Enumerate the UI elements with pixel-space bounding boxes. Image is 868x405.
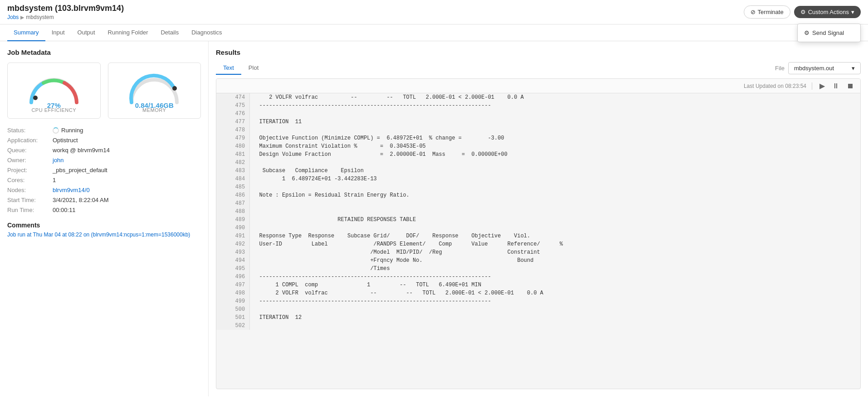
line-code (250, 199, 860, 207)
result-tab-plot[interactable]: Plot (241, 62, 266, 75)
table-row: 496 ------------------------------------… (216, 273, 860, 281)
terminate-button[interactable]: ⊘ Terminate (744, 5, 790, 19)
line-number: 474 (216, 93, 250, 101)
custom-actions-dropdown: ⚙ Send Signal (797, 24, 861, 42)
metadata-grid: Status:RunningApplication:OptistructQueu… (7, 127, 201, 213)
meta-value: Running (53, 127, 201, 134)
table-row: 497 1 COMPL comp 1 -- TOTL 6.490E+01 MIN (216, 281, 860, 289)
table-row: 483 Subcase Compliance Epsilon (216, 167, 860, 175)
last-updated-text: Last Updated on 08:23:54 (744, 83, 806, 89)
meta-label: Application: (7, 137, 53, 144)
tab-output[interactable]: Output (71, 24, 102, 41)
line-code: RETAINED RESPONSES TABLE (250, 216, 860, 224)
table-row: 491 Response Type Response Subcase Grid/… (216, 232, 860, 240)
nav-tabs: SummaryInputOutputRunning FolderDetailsD… (0, 24, 868, 41)
line-code (250, 183, 860, 191)
page-header: mbdsystem (103.blrvm9vm14) Jobs ▶ mbdsys… (0, 0, 868, 24)
comments-title: Comments (7, 222, 201, 229)
file-dropdown[interactable]: mbdsystem.out ▾ (788, 62, 861, 74)
header-actions: ⊘ Terminate ⚙ Custom Actions ▾ ⚙ Send Si… (744, 5, 861, 19)
line-number: 493 (216, 248, 250, 256)
meta-label: Nodes: (7, 187, 53, 193)
line-number: 482 (216, 159, 250, 167)
memory-gauge-container: 0.84/1.46GB (125, 68, 184, 105)
line-number: 481 (216, 150, 250, 159)
line-code: ----------------------------------------… (250, 273, 860, 281)
line-number: 488 (216, 207, 250, 216)
line-code: /Model MID/PID/ /Reg Constraint (250, 248, 860, 256)
memory-gauge-card: 0.84/1.46GB MEMORY (108, 63, 201, 119)
line-number: 484 (216, 175, 250, 183)
tab-details[interactable]: Details (154, 24, 185, 41)
send-signal-item[interactable]: ⚙ Send Signal (798, 26, 860, 40)
table-row: 488 (216, 207, 860, 216)
line-number: 500 (216, 305, 250, 313)
line-number: 494 (216, 256, 250, 265)
line-number: 475 (216, 101, 250, 110)
chevron-down-icon: ▾ (851, 9, 854, 15)
output-toolbar: Last Updated on 08:23:54 ▶ ⏸ ⏹ (216, 79, 860, 93)
spinner-icon (53, 127, 59, 134)
meta-value[interactable]: blrvm9vm14/0 (53, 187, 201, 193)
left-panel: Job Metadata (0, 41, 209, 396)
line-number: 490 (216, 224, 250, 232)
meta-value: 1 (53, 177, 201, 183)
custom-actions-button[interactable]: ⚙ Custom Actions ▾ (794, 6, 861, 18)
line-code: ITERATION 11 (250, 118, 860, 126)
meta-label: Project: (7, 167, 53, 174)
line-number: 496 (216, 273, 250, 281)
toolbar-divider (812, 82, 812, 90)
meta-value[interactable]: john (53, 157, 201, 164)
file-dropdown-chevron: ▾ (852, 65, 855, 72)
play-button[interactable]: ▶ (818, 81, 827, 91)
meta-label: Owner: (7, 157, 53, 164)
table-row: 482 (216, 159, 860, 167)
line-number: 476 (216, 110, 250, 118)
tab-diagnostics[interactable]: Diagnostics (185, 24, 228, 41)
table-row: 501 ITERATION 12 (216, 313, 860, 322)
line-code: Objective Function (Minimize COMPL) = 6.… (250, 134, 860, 142)
output-content[interactable]: 474 2 VOLFR volfrac -- -- TOTL 2.000E-01… (216, 93, 860, 389)
table-row: 474 2 VOLFR volfrac -- -- TOTL 2.000E-01… (216, 93, 860, 101)
line-code (250, 322, 860, 330)
line-number: 486 (216, 191, 250, 199)
meta-label: Cores: (7, 177, 53, 183)
table-row: 498 2 VOLFR volfrac -- -- TOTL 2.000E-01… (216, 289, 860, 297)
send-signal-gear-icon: ⚙ (804, 29, 809, 36)
output-table: 474 2 VOLFR volfrac -- -- TOTL 2.000E-01… (216, 93, 860, 330)
page-title: mbdsystem (103.blrvm9vm14) (7, 4, 124, 13)
meta-label: Start Time: (7, 197, 53, 203)
line-number: 489 (216, 216, 250, 224)
file-selector: File mbdsystem.out ▾ (775, 62, 861, 74)
terminate-icon: ⊘ (751, 9, 756, 15)
line-code: Design Volume Fraction = 2.00000E-01 Mas… (250, 150, 860, 159)
results-tabs-row: TextPlot File mbdsystem.out ▾ (216, 62, 861, 75)
table-row: 493 /Model MID/PID/ /Reg Constraint (216, 248, 860, 256)
tab-input[interactable]: Input (45, 24, 71, 41)
line-code (250, 159, 860, 167)
table-row: 492 User-ID Label /RANDPS Element/ Comp … (216, 240, 860, 248)
tab-running-folder[interactable]: Running Folder (102, 24, 155, 41)
table-row: 484 1 6.489724E+01 -3.442283E-13 (216, 175, 860, 183)
line-code: /Times (250, 265, 860, 273)
result-tab-text[interactable]: Text (216, 62, 241, 75)
table-row: 478 (216, 126, 860, 134)
cpu-gauge-svg (24, 68, 83, 105)
line-number: 502 (216, 322, 250, 330)
breadcrumb-separator: ▶ (20, 14, 24, 20)
meta-value: Optistruct (53, 137, 201, 144)
meta-value: _pbs_project_default (53, 167, 201, 174)
line-code: Note : Epsilon = Residual Strain Energy … (250, 191, 860, 199)
stop-button[interactable]: ⏹ (845, 81, 856, 91)
table-row: 480 Maximum Constraint Violation % = 0.3… (216, 142, 860, 150)
breadcrumb-jobs-link[interactable]: Jobs (7, 14, 19, 20)
line-number: 479 (216, 134, 250, 142)
gauges-row: 27% CPU EFFICIENCY (7, 63, 201, 119)
file-dropdown-value: mbdsystem.out (794, 65, 834, 72)
tab-summary[interactable]: Summary (7, 24, 45, 41)
pause-button[interactable]: ⏸ (830, 81, 841, 91)
line-code: +Frqncy Mode No. Bound (250, 256, 860, 265)
table-row: 481 Design Volume Fraction = 2.00000E-01… (216, 150, 860, 159)
line-number: 498 (216, 289, 250, 297)
svg-point-0 (33, 96, 38, 100)
